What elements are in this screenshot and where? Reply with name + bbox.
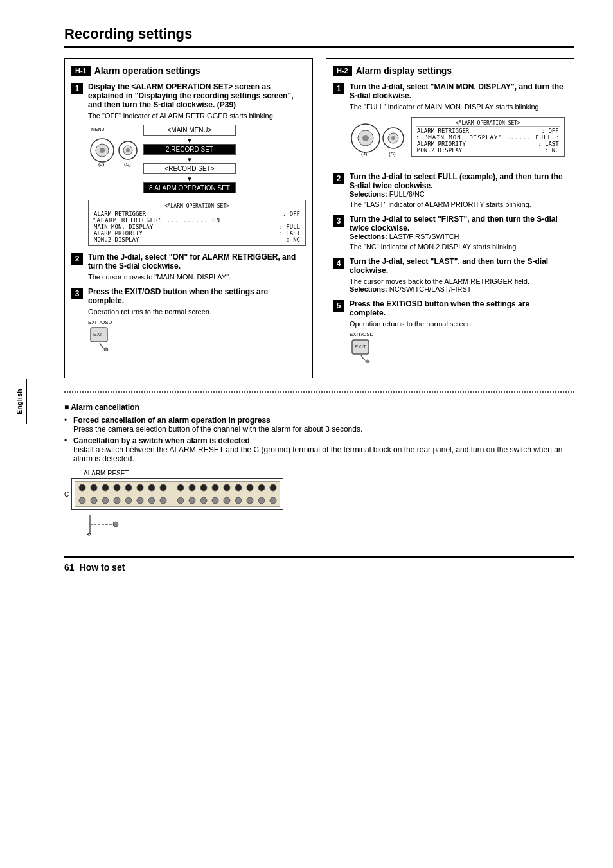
svg-point-49 (177, 497, 184, 504)
alarm-cancellation-section: ■ Alarm cancellation Forced cancellation… (64, 403, 574, 537)
h2-screen-row3-label: MON.2 DISPLAY (417, 147, 462, 154)
svg-point-54 (235, 497, 242, 504)
h1-step-1-instruction: Display the <ALARM OPERATION SET> screen… (88, 82, 293, 109)
h2-step-3-selections: Selections: LAST/FIRST/SWITCH (350, 233, 567, 240)
h2-step-2-selections: Selections: FULL/6/NC (350, 190, 567, 198)
h2-screen-row2: ALARM PRIORITY : LAST (416, 141, 560, 147)
h1-dial-svg: MENU (J) (S) (88, 125, 139, 170)
svg-point-45 (125, 497, 132, 504)
svg-point-29 (137, 484, 143, 491)
h1-step-2-instruction: Turn the J-dial, select "ON" for ALARM R… (88, 252, 296, 270)
h1-screen-row5-val: : NC (286, 236, 300, 243)
alarm-cancel-item-2: Cancellation by a switch when alarm is d… (64, 436, 574, 463)
svg-point-32 (177, 484, 184, 491)
alarm-cancel-item-2-content: Cancellation by a switch when alarm is d… (73, 436, 574, 463)
h2-step-3-selections-values: LAST/FIRST/SWITCH (389, 233, 459, 240)
h2-step-1-content: Turn the J-dial, select "MAIN MON. DISPL… (350, 82, 567, 166)
svg-point-51 (200, 497, 207, 504)
h2-screen-row3: MON.2 DISPLAY : NC (416, 147, 560, 154)
h2-step-3-instruction: Turn the J-dial to select "FIRST", and t… (350, 215, 558, 233)
h2-screen-row3-val: : NC (545, 147, 559, 154)
svg-point-56 (258, 497, 265, 504)
h2-step-5-number: 5 (333, 300, 344, 312)
how-to-set-label: How to set (80, 562, 125, 572)
section-h1-header: H-1 Alarm operation settings (71, 66, 306, 76)
svg-text:MENU: MENU (91, 127, 105, 132)
h1-screen-row1: ALARM RETRIGGER : OFF (93, 211, 301, 217)
h2-step-2-sub: The "LAST" indicator of ALARM PRIORITY s… (350, 200, 567, 208)
h2-exit-label: EXIT/OSD (350, 332, 567, 337)
h1-screen-row4-label: ALARM PRIORITY (94, 230, 143, 236)
menu-flow-arrow-2: ▼ (143, 156, 236, 163)
h1-dial-diagram: MENU (J) (S) (88, 125, 139, 170)
sidebar-english-label: English (13, 379, 27, 424)
h2-screen-row1-val: : OFF (542, 128, 559, 134)
h1-step-2: 2 Turn the J-dial, select "ON" for ALARM… (71, 252, 306, 281)
h2-exit-diagram: EXIT/OSD EXIT (350, 332, 567, 365)
h2-step-5-instruction: Press the EXIT/OSD button when the setti… (350, 299, 529, 317)
h2-step-2-instruction: Turn the J-dial to select FULL (example)… (350, 172, 563, 190)
section-h1-title: Alarm operation settings (94, 66, 200, 76)
svg-point-3 (100, 148, 105, 153)
svg-point-43 (102, 497, 109, 504)
c-label: C (64, 491, 69, 498)
h1-step-3-sub: Operation returns to the normal screen. (88, 308, 306, 315)
svg-point-24 (79, 484, 85, 491)
svg-point-34 (200, 484, 207, 491)
h1-step-2-content: Turn the J-dial, select "ON" for ALARM R… (88, 252, 306, 281)
h1-screen-row5: MON.2 DISPLAY : NC (93, 236, 301, 243)
alarm-cancel-title: ■ Alarm cancellation (64, 403, 574, 412)
h2-step-4-selections-label: Selections: (350, 285, 387, 293)
h1-screen-row5-label: MON.2 DISPLAY (94, 236, 139, 243)
h1-step-2-number: 2 (71, 253, 83, 265)
h1-menu-screen: <ALARM OPERATION SET> ALARM RETRIGGER : … (88, 200, 306, 246)
h1-screen-row1-label: ALARM RETRIGGER (94, 211, 146, 217)
svg-point-22 (366, 360, 369, 363)
svg-point-48 (160, 497, 166, 504)
svg-text:⟲: ⟲ (87, 532, 91, 536)
section-h2-title: Alarm display settings (356, 66, 452, 76)
h1-step-3-instruction: Press the EXIT/OSD button when the setti… (88, 287, 268, 305)
h1-screen-row3: MAIN MON. DISPLAY : FULL (93, 224, 301, 230)
svg-point-42 (91, 497, 97, 504)
h2-step-5: 5 Press the EXIT/OSD button when the set… (333, 299, 567, 365)
h1-screen-row3-label: MAIN MON. DISPLAY (94, 224, 153, 230)
menu-flow-arrow-1: ▼ (143, 137, 236, 144)
page-number: 61 (64, 562, 75, 572)
h2-step-4-content: Turn the J-dial, select "LAST", and then… (350, 257, 567, 293)
h1-step-1: 1 Display the <ALARM OPERATION SET> scre… (71, 82, 306, 246)
h2-step-1-diagram: (J) (S) <ALARM OPERATION SET> ALARM RETR… (350, 116, 567, 161)
main-menu-box: <MAIN MENU> (143, 125, 236, 136)
svg-point-38 (247, 484, 253, 491)
alarm-op-box: 8.ALARM OPERATION SET (143, 182, 236, 193)
svg-point-37 (235, 484, 242, 491)
svg-point-55 (247, 497, 253, 504)
section-h1-badge: H-1 (71, 66, 91, 76)
page-title: Recording settings (64, 26, 574, 48)
alarm-cancel-item-1-heading: Forced cancellation of an alarm operatio… (73, 416, 271, 425)
h1-exit-button-svg: EXIT (88, 325, 114, 351)
h1-screen-row3-val: : FULL (279, 224, 300, 230)
h1-step-1-content: Display the <ALARM OPERATION SET> screen… (88, 82, 306, 246)
alarm-cancel-item-1-text: Press the camera selection button of the… (73, 425, 362, 434)
svg-text:(J): (J) (361, 151, 368, 157)
svg-point-39 (258, 484, 265, 491)
alarm-cancel-item-2-heading: Cancellation by a switch when alarm is d… (73, 436, 250, 445)
h2-step-2-content: Turn the J-dial to select FULL (example)… (350, 172, 567, 208)
svg-point-30 (148, 484, 155, 491)
h1-menu-flow: <MAIN MENU> ▼ 2.RECORD SET ▼ <RECORD SET… (143, 125, 236, 195)
h1-screen-row4: ALARM PRIORITY : LAST (93, 230, 301, 236)
svg-point-40 (270, 484, 276, 491)
svg-point-46 (137, 497, 143, 504)
alarm-cancel-item-1-content: Forced cancellation of an alarm operatio… (73, 416, 362, 434)
terminal-pins-top (75, 481, 280, 507)
h2-step-4-number: 4 (333, 258, 344, 269)
section-h2-badge: H-2 (333, 66, 352, 76)
svg-point-60 (113, 522, 118, 527)
h2-step-4-instruction: Turn the J-dial, select "LAST", and then… (350, 257, 548, 275)
h2-step-3-content: Turn the J-dial to select "FIRST", and t… (350, 215, 567, 251)
h2-step-1-sub: The "FULL" indicator of MAIN MON. DISPLA… (350, 103, 567, 111)
terminal-row-wrapper: C (64, 478, 283, 510)
svg-point-47 (148, 497, 155, 504)
svg-point-6 (126, 148, 130, 152)
